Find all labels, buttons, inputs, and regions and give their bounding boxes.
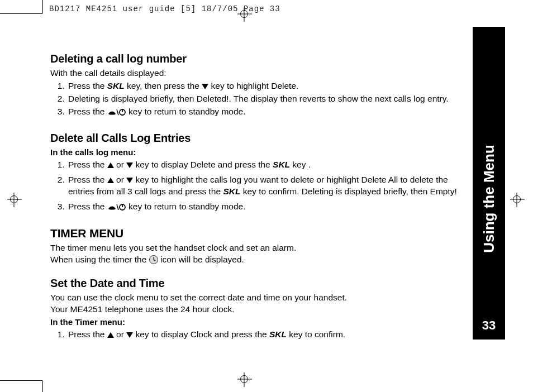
heading-delete-all: Delete all Calls Log Entries — [50, 131, 464, 146]
page-number: 33 — [482, 318, 496, 333]
intro-text: With the call details displayed: — [50, 68, 464, 79]
up-triangle-icon — [107, 162, 114, 168]
skl-key: SKL — [223, 187, 240, 196]
steps-set-date: Press the or key to display Clock and pr… — [50, 329, 464, 341]
skl-key: SKL — [269, 329, 287, 339]
skl-key: SKL — [273, 160, 290, 169]
end-call-power-icon — [107, 108, 126, 119]
down-triangle-icon — [126, 162, 133, 168]
crop-mark — [42, 0, 43, 13]
crop-mark — [0, 380, 42, 381]
print-header: BD1217 ME4251 user guide [5] 18/7/05 Pag… — [49, 4, 280, 13]
list-item: Press the key to return to standby mode. — [67, 201, 464, 214]
list-item: Deleting is displayed briefly, then Dele… — [67, 93, 464, 105]
heading-timer-menu: TIMER MENU — [50, 226, 464, 241]
registration-mark-icon — [240, 375, 248, 383]
down-triangle-icon — [202, 84, 208, 89]
body-text: Your ME4251 telephone uses the 24 hour c… — [50, 304, 464, 315]
up-triangle-icon — [107, 178, 114, 183]
page-body: Deleting a call log number With the call… — [50, 46, 464, 342]
heading-delete-call: Deleting a call log number — [50, 51, 464, 66]
section-tab: Using the Menu 33 — [473, 27, 505, 340]
subheading: In the Timer menu: — [50, 317, 464, 328]
crop-mark — [0, 13, 42, 14]
list-item: Press the key to return to standby mode. — [67, 106, 464, 119]
svg-line-3 — [117, 204, 118, 210]
list-item: Press the or key to display Clock and pr… — [67, 329, 464, 341]
down-triangle-icon — [126, 178, 133, 183]
steps-delete-all: Press the or key to display Delete and p… — [50, 159, 464, 214]
skl-key: SKL — [107, 81, 125, 90]
svg-line-0 — [117, 109, 118, 115]
list-item: Press the or key to display Delete and p… — [67, 159, 464, 171]
heading-set-date: Set the Date and Time — [50, 276, 464, 291]
registration-mark-icon — [513, 195, 521, 203]
list-item: Press the SKL key, then press the key to… — [67, 80, 464, 92]
section-tab-label: Using the Menu — [480, 145, 498, 253]
body-text: The timer menu lets you set the handset … — [50, 242, 464, 254]
list-item: Press the or key to highlight the calls … — [67, 174, 464, 198]
down-triangle-icon — [126, 332, 133, 338]
clock-icon — [149, 255, 158, 264]
end-call-power-icon — [107, 203, 126, 214]
crop-mark — [42, 381, 43, 392]
subheading: In the calls log menu: — [50, 147, 464, 158]
body-text: When using the timer the icon will be di… — [50, 254, 464, 266]
up-triangle-icon — [107, 332, 114, 338]
registration-mark-icon — [10, 195, 18, 203]
body-text: You can use the clock menu to set the co… — [50, 292, 464, 304]
steps-delete-call: Press the SKL key, then press the key to… — [50, 80, 464, 119]
